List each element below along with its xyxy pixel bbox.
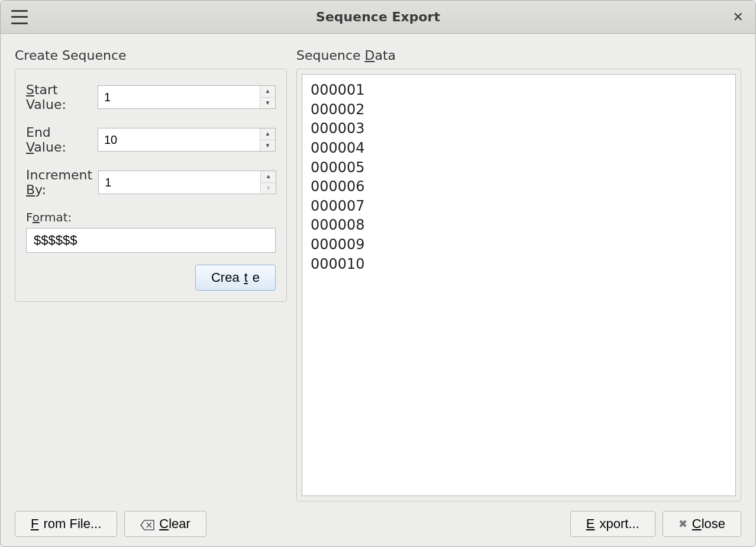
hamburger-menu-icon[interactable] [11, 10, 28, 24]
create-sequence-group: Start Value: ▲ ▼ End Value: ▲ ▼ [15, 69, 287, 302]
sequence-data-group [296, 69, 741, 501]
increment-by-label: Increment By: [26, 168, 92, 197]
format-input[interactable] [26, 228, 276, 253]
end-value-up[interactable]: ▲ [260, 128, 275, 140]
sequence-data-heading: Sequence Data [296, 48, 741, 63]
create-button[interactable]: Create [195, 265, 276, 291]
close-button[interactable]: ✖ Close [663, 511, 741, 537]
start-value-spinner[interactable]: ▲ ▼ [98, 85, 276, 109]
start-value-down[interactable]: ▼ [260, 98, 275, 109]
increment-by-down[interactable]: ▼ [261, 183, 276, 194]
close-icon[interactable]: ✕ [733, 11, 744, 24]
window-title: Sequence Export [316, 9, 440, 24]
start-value-input[interactable] [98, 86, 260, 108]
start-value-label: Start Value: [26, 82, 92, 112]
sequence-data-textarea[interactable] [302, 74, 736, 496]
titlebar: Sequence Export ✕ [1, 1, 755, 34]
close-x-icon: ✖ [679, 519, 687, 529]
from-file-button[interactable]: From File... [15, 511, 117, 537]
end-value-spinner[interactable]: ▲ ▼ [98, 128, 276, 152]
increment-by-up[interactable]: ▲ [261, 171, 276, 183]
clear-button[interactable]: Clear [124, 511, 206, 537]
backspace-icon [140, 519, 154, 529]
start-value-up[interactable]: ▲ [260, 86, 275, 98]
end-value-input[interactable] [98, 128, 260, 151]
dialog-footer: From File... Clear Export... ✖ Close [1, 501, 755, 546]
increment-by-spinner[interactable]: ▲ ▼ [98, 170, 276, 194]
end-value-down[interactable]: ▼ [260, 140, 275, 152]
increment-by-input[interactable] [99, 171, 260, 194]
create-sequence-heading: Create Sequence [15, 48, 287, 63]
export-button[interactable]: Export... [570, 511, 655, 537]
end-value-label: End Value: [26, 125, 92, 155]
format-label: Format: [26, 210, 72, 224]
